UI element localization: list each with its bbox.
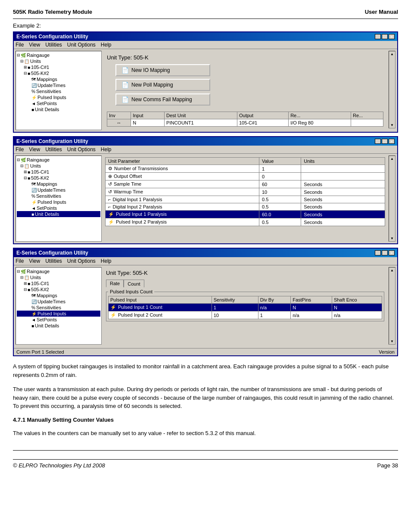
d3-tree-updatetimes[interactable]: 🔄UpdateTimes [17, 299, 100, 305]
table-row[interactable]: ⚡Pulsed Input 2 Paralysis 0.5 Seconds [106, 218, 385, 226]
d2-tree-105c1[interactable]: ⊞■105-C#1 [17, 169, 100, 175]
new-poll-mapping-button[interactable]: 📄 New Poll Mapping [115, 79, 210, 91]
menu-utilities[interactable]: Utilities [45, 42, 62, 48]
d2-tree-sensitivities[interactable]: %Sensitivities [17, 193, 100, 199]
pi-col-fastpins: FastPins [291, 296, 332, 304]
d2-menu-help[interactable]: Help [101, 146, 112, 152]
dialog3: E-Series Configuration Utility _ □ × Fil… [13, 248, 398, 356]
pi-col-divby: Div By [258, 296, 290, 304]
d3-menu-unit-options[interactable]: Unit Options [67, 258, 96, 264]
tree-item-pulsed-inputs[interactable]: ⚡Pulsed Inputs [17, 94, 100, 100]
d3-menu-help[interactable]: Help [101, 258, 112, 264]
pulsed-table: Pulsed Input Sensitivity Div By FastPins… [108, 296, 382, 319]
new-comms-fail-mapping-button[interactable]: 📄 New Comms Fail Mapping [115, 93, 210, 106]
dialog2: E-Series Configuration Utility _ □ × Fil… [13, 136, 398, 244]
col-inv: Inv [107, 112, 131, 119]
d3-tree-setpoints[interactable]: ◄SetPoints [17, 317, 100, 323]
menu-help[interactable]: Help [101, 42, 112, 48]
menu-file[interactable]: File [16, 42, 24, 48]
d2-tree-setpoints[interactable]: ◄SetPoints [17, 205, 100, 211]
dialog1-title: E-Series Configuration Utility [16, 34, 88, 40]
pulsed-input-2-row[interactable]: ⚡Pulsed Input 2 Count 10 1 n/a n/a [109, 311, 382, 319]
dialog3-titlebar: E-Series Configuration Utility _ □ × [14, 249, 397, 257]
d3-minimize-button[interactable]: _ [375, 250, 381, 255]
d2-menu-utilities[interactable]: Utilities [45, 146, 62, 152]
d2-tree-pulsed-inputs[interactable]: ⚡Pulsed Inputs [17, 199, 100, 205]
d2-tree-raingauge[interactable]: ⊟🌿Raingauge [17, 157, 100, 163]
new-io-mapping-button[interactable]: 📄 New IO Mapping [115, 64, 210, 76]
table-row[interactable]: ⚙Number of Transmissions 1 [106, 165, 385, 173]
tab-rate[interactable]: Rate [106, 280, 124, 287]
tree-item-505k2[interactable]: ⊟■505-K#2 [17, 70, 100, 76]
d3-tree-505k2[interactable]: ⊟■505-K#2 [17, 286, 100, 292]
close-button[interactable]: × [389, 34, 395, 39]
body-text-1: A system of tipping bucket raingauges is… [13, 362, 398, 379]
menu-unit-options[interactable]: Unit Options [67, 42, 96, 48]
d2-maximize-button[interactable]: □ [382, 139, 388, 144]
d2-close-button[interactable]: × [389, 139, 395, 144]
d2-tree-units[interactable]: ⊟📋Units [17, 163, 100, 169]
dialog3-tree: ⊟🌿Raingauge ⊟📋Units ⊞■105-C#1 ⊟■505-K#2 … [16, 267, 102, 345]
d2-minimize-button[interactable]: _ [375, 139, 381, 144]
col-output: Output [237, 112, 288, 119]
d2-tree-mappings[interactable]: 🗺Mappings [17, 181, 100, 187]
maximize-button[interactable]: □ [382, 34, 388, 39]
pulsed-input-1-row[interactable]: ⚡Pulsed Input 1 Count 1 n/a N N [109, 304, 382, 311]
d3-close-button[interactable]: × [389, 250, 395, 255]
table-row[interactable]: ↺Sample Time 60 Seconds [106, 180, 385, 188]
table-row[interactable]: ⊕Output Offset 0 [106, 173, 385, 180]
col-re1: Re... [289, 112, 351, 119]
table-row[interactable]: ⌐Digital Input 2 Paralysis 0.5 Seconds [106, 203, 385, 211]
scrollbar-v3[interactable]: ▲ ▼ [389, 267, 395, 345]
tab-count[interactable]: Count [124, 280, 144, 287]
dialog2-titlebar: E-Series Configuration Utility _ □ × [14, 137, 397, 146]
d3-tree-pulsed-inputs[interactable]: ⚡Pulsed Inputs [17, 311, 100, 317]
table-row[interactable]: ⌐Digital Input 1 Paralysis 0.5 Seconds [106, 196, 385, 203]
d3-tree-unit-details[interactable]: ■Unit Details [17, 323, 100, 329]
dialog1-tree: ⊟🌿Raingauge ⊟📋Units ⊞■105-C#1 ⊟■505-K#2 … [16, 51, 102, 130]
d3-tree-units[interactable]: ⊟📋Units [17, 274, 100, 280]
d2-menu-unit-options[interactable]: Unit Options [67, 146, 96, 152]
param-col-value: Value [259, 158, 301, 165]
tree-item-units[interactable]: ⊟📋Units [17, 58, 100, 64]
d2-tree-505k2[interactable]: ⊟■505-K#2 [17, 175, 100, 181]
menu-view[interactable]: View [29, 42, 40, 48]
d3-menu-utilities[interactable]: Utilities [45, 258, 62, 264]
new-io-mapping-label: New IO Mapping [131, 67, 170, 73]
dialog1-main: Unit Type: 505-K 📄 New IO Mapping 📄 New … [103, 51, 387, 130]
tree-item-raingauge[interactable]: ⊟🌿Raingauge [17, 52, 100, 58]
scrollbar-v1[interactable]: ▲ ▼ [389, 51, 395, 128]
tree-item-setpoints[interactable]: ◄SetPoints [17, 100, 100, 106]
footer-right: Page 38 [377, 462, 398, 469]
example-label: Example 2: [13, 22, 398, 29]
minimize-button[interactable]: _ [375, 34, 381, 39]
d2-tree-unit-details[interactable]: ■Unit Details [17, 211, 100, 217]
pulsed-input-1-row[interactable]: ⚡Pulsed Input 1 Paralysis 60.0 Seconds [106, 211, 385, 218]
group-legend: Pulsed Inputs Count [108, 289, 154, 294]
table-row[interactable]: ↔ N PINCOUNT1 105-C#1 I/O Reg 80 [107, 119, 383, 127]
tree-item-unit-details[interactable]: ■Unit Details [17, 106, 100, 112]
page-footer: © ELPRO Technologies Pty Ltd 2008 Page 3… [13, 459, 398, 469]
tree-item-updatetimes[interactable]: 🔄UpdateTimes [17, 82, 100, 88]
table-row[interactable]: ↺Warmup Time 10 Seconds [106, 188, 385, 196]
d3-tree-raingauge[interactable]: ⊟🌿Raingauge [17, 268, 100, 274]
title-right: User Manual [365, 9, 398, 15]
d3-menu-file[interactable]: File [16, 258, 24, 264]
section-text: The values in the counters can be manual… [13, 429, 398, 438]
scrollbar-v2[interactable]: ▲ ▼ [389, 156, 395, 242]
d3-maximize-button[interactable]: □ [382, 250, 388, 255]
d2-tree-updatetimes[interactable]: 🔄UpdateTimes [17, 187, 100, 193]
tree-item-mappings[interactable]: 🗺Mappings [17, 76, 100, 82]
params-table: Unit Parameter Value Units ⚙Number of Tr… [105, 157, 385, 226]
status-left: Comm Port 1 Selected [16, 349, 64, 355]
col-input: Input [131, 112, 165, 119]
d2-menu-view[interactable]: View [29, 146, 40, 152]
status-right: Version [379, 349, 395, 355]
tree-item-105c1[interactable]: ⊞■105-C#1 [17, 64, 100, 70]
d3-tree-mappings[interactable]: 🗺Mappings [17, 292, 100, 299]
d3-menu-view[interactable]: View [29, 258, 40, 264]
d2-menu-file[interactable]: File [16, 146, 24, 152]
d3-tree-sensitivities[interactable]: %Sensitivities [17, 305, 100, 311]
d3-tree-105c1[interactable]: ⊞■105-C#1 [17, 280, 100, 286]
tree-item-sensitivities[interactable]: %Sensitivities [17, 88, 100, 94]
